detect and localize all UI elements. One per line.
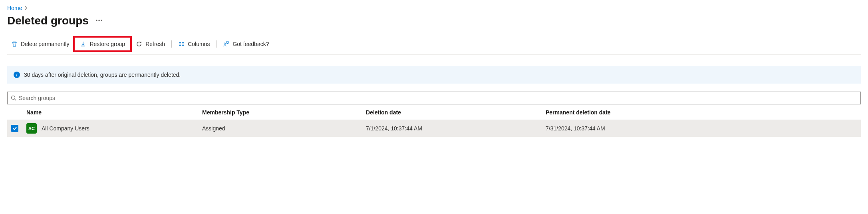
delete-permanently-button[interactable]: Delete permanently [7,38,73,50]
deletion-date-cell: 7/1/2024, 10:37:44 AM [362,120,542,137]
columns-button[interactable]: Columns [174,38,214,50]
refresh-icon [136,41,142,47]
search-box[interactable] [7,92,861,104]
column-header-permanent-deletion-date[interactable]: Permanent deletion date [542,104,861,120]
command-bar: Delete permanently Restore group Refresh [7,36,861,55]
restore-group-label: Restore group [89,41,125,47]
search-input[interactable] [16,93,857,103]
column-header-membership[interactable]: Membership Type [198,104,362,120]
group-avatar: AC [26,123,37,134]
row-checkbox[interactable] [11,125,18,132]
person-feedback-icon [223,41,229,47]
toolbar-divider [216,40,217,48]
breadcrumb-home-link[interactable]: Home [7,5,22,11]
groups-table: Name Membership Type Deletion date Perma… [7,104,861,137]
restore-group-button[interactable]: Restore group [76,38,129,50]
columns-label: Columns [188,41,210,47]
feedback-button[interactable]: Got feedback? [219,38,273,50]
table-row[interactable]: AC All Company Users Assigned 7/1/2024, … [7,120,861,137]
info-banner-text: 30 days after original deletion, groups … [24,72,181,78]
feedback-label: Got feedback? [232,41,269,47]
column-header-name[interactable]: Name [22,104,198,120]
columns-icon [178,41,185,47]
toolbar-divider [171,40,172,48]
info-icon: i [14,72,20,78]
refresh-label: Refresh [145,41,165,47]
breadcrumb: Home [7,5,861,11]
trash-icon [11,41,18,47]
membership-type-cell: Assigned [198,120,362,137]
search-icon [11,95,16,101]
permanent-deletion-date-cell: 7/31/2024, 10:37:44 AM [542,120,861,137]
group-name[interactable]: All Company Users [42,125,89,132]
download-icon [80,41,86,47]
column-header-deletion-date[interactable]: Deletion date [362,104,542,120]
restore-group-highlight: Restore group [73,36,132,52]
more-actions-button[interactable]: ••• [96,18,103,24]
info-banner: i 30 days after original deletion, group… [7,66,861,84]
refresh-button[interactable]: Refresh [132,38,169,50]
svg-point-1 [12,96,15,100]
delete-permanently-label: Delete permanently [21,41,69,47]
chevron-right-icon [24,6,28,10]
svg-point-0 [224,43,226,44]
page-title: Deleted groups [7,14,89,27]
